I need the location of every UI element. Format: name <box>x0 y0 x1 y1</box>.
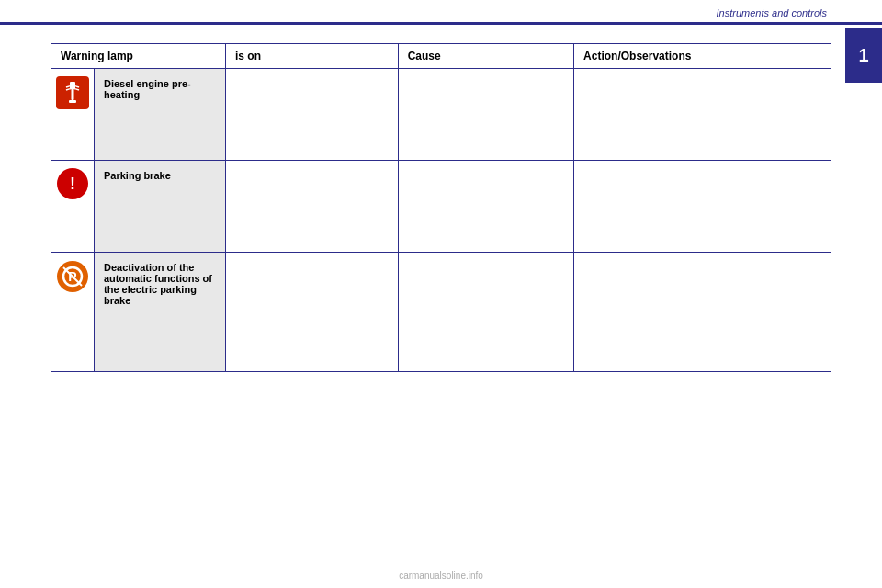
epb-label-cell: Deactivation of the automatic functions … <box>95 253 226 372</box>
watermark-text: carmanualsoline.info <box>399 571 483 581</box>
diesel-label: Diesel engine pre-heating <box>104 78 191 100</box>
epb-action-cell <box>574 253 831 372</box>
table-row: P Deactivation of the automatic function… <box>51 253 831 372</box>
warning-table: Warning lamp is on Cause Action/Observat… <box>51 43 831 372</box>
page-header: Instruments and controls <box>0 0 882 25</box>
parking-brake-icon: ! <box>57 168 88 199</box>
col-warning-lamp: Warning lamp <box>51 44 226 69</box>
glow-plug-svg <box>60 80 85 106</box>
main-content: Warning lamp is on Cause Action/Observat… <box>0 25 882 390</box>
svg-rect-2 <box>69 100 76 103</box>
header-title: Instruments and controls <box>717 7 827 18</box>
parking-cause-cell <box>398 161 573 253</box>
diesel-label-cell: Diesel engine pre-heating <box>95 69 226 161</box>
chapter-tab: 1 <box>845 28 882 83</box>
diesel-preheat-icon <box>56 76 89 109</box>
svg-rect-1 <box>72 89 74 100</box>
table-row: ! Parking brake <box>51 161 831 253</box>
watermark-area: carmanualsoline.info <box>399 571 483 581</box>
parking-action-cell <box>574 161 831 253</box>
epb-icon-cell: P <box>51 253 95 372</box>
parking-icon-cell: ! <box>51 161 95 253</box>
svg-text:!: ! <box>70 175 75 193</box>
epb-ison-cell <box>225 253 398 372</box>
epb-cause-cell <box>398 253 573 372</box>
parking-label-cell: Parking brake <box>95 161 226 253</box>
epb-svg: P <box>56 260 89 293</box>
epb-deactivation-icon: P <box>56 260 89 295</box>
parking-ison-cell <box>225 161 398 253</box>
col-action: Action/Observations <box>574 44 831 69</box>
diesel-icon-cell <box>51 69 95 161</box>
diesel-ison-cell <box>225 69 398 161</box>
diesel-cause-cell <box>398 69 573 161</box>
col-is-on: is on <box>225 44 398 69</box>
table-row: Diesel engine pre-heating <box>51 69 831 161</box>
parking-label: Parking brake <box>104 170 171 181</box>
col-cause: Cause <box>398 44 573 69</box>
diesel-action-cell <box>574 69 831 161</box>
epb-label: Deactivation of the automatic functions … <box>104 262 212 306</box>
parking-svg: ! <box>57 168 88 199</box>
